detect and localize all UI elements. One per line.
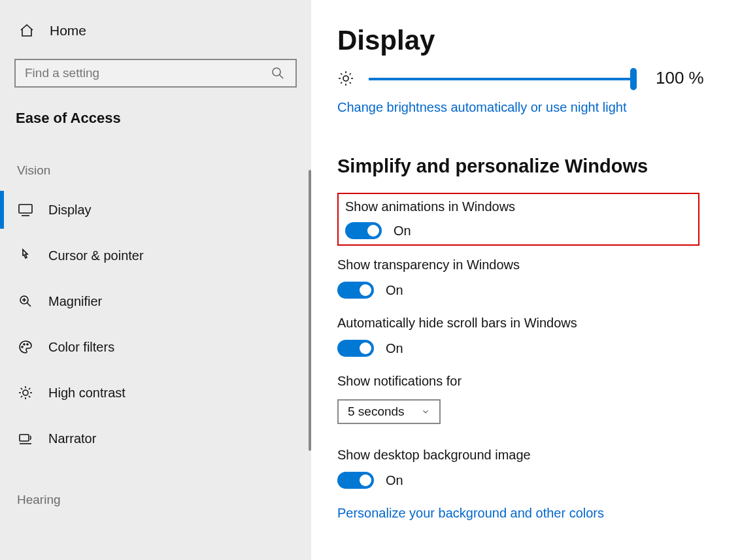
setting-transparency: Show transparency in Windows On bbox=[337, 257, 720, 299]
toggle-animations-state: On bbox=[394, 223, 411, 239]
svg-rect-2 bbox=[19, 205, 32, 213]
svg-line-18 bbox=[21, 396, 22, 397]
palette-icon bbox=[17, 338, 34, 355]
svg-line-16 bbox=[21, 388, 22, 389]
toggle-transparency-state: On bbox=[386, 283, 403, 298]
svg-line-30 bbox=[350, 73, 351, 74]
svg-point-10 bbox=[27, 344, 28, 345]
svg-point-8 bbox=[22, 346, 23, 348]
narrator-icon bbox=[17, 430, 34, 447]
brightness-slider-thumb[interactable] bbox=[630, 68, 637, 90]
setting-desktop-bg: Show desktop background image On bbox=[337, 448, 720, 489]
brightness-value: 100 % bbox=[656, 68, 704, 88]
settings-sidebar: Home Ease of Access Vision Display Curs bbox=[0, 0, 311, 560]
search-box[interactable] bbox=[14, 59, 297, 88]
svg-point-22 bbox=[343, 76, 348, 81]
nav-cursor-pointer[interactable]: Cursor & pointer bbox=[0, 233, 311, 278]
nav-home-label: Home bbox=[50, 23, 86, 39]
setting-animations: Show animations in Windows On bbox=[345, 199, 515, 239]
section-ease-of-access: Ease of Access bbox=[0, 88, 311, 132]
nav-home[interactable]: Home bbox=[0, 17, 311, 44]
nav-narrator-label: Narrator bbox=[48, 431, 96, 446]
toggle-transparency[interactable] bbox=[337, 282, 374, 299]
select-notifications-value: 5 seconds bbox=[348, 404, 405, 419]
group-hearing: Hearing bbox=[0, 461, 311, 516]
nav-colorfilters-label: Color filters bbox=[48, 340, 114, 355]
nav-cursor-label: Cursor & pointer bbox=[48, 248, 144, 263]
nav-display[interactable]: Display bbox=[0, 187, 311, 233]
label-notifications: Show notifications for bbox=[337, 374, 720, 389]
svg-line-5 bbox=[27, 303, 31, 307]
nav-magnifier-label: Magnifier bbox=[48, 294, 102, 309]
brightness-icon bbox=[17, 384, 34, 401]
link-personalize-colors[interactable]: Personalize your background and other co… bbox=[337, 506, 720, 521]
label-scrollbars: Automatically hide scroll bars in Window… bbox=[337, 316, 720, 331]
display-icon bbox=[17, 201, 34, 218]
search-container bbox=[14, 59, 297, 88]
sun-icon bbox=[337, 70, 354, 87]
cursor-icon bbox=[17, 247, 34, 264]
setting-scrollbars: Automatically hide scroll bars in Window… bbox=[337, 316, 720, 357]
svg-line-1 bbox=[280, 75, 284, 79]
home-icon bbox=[18, 22, 35, 39]
highlight-animations: Show animations in Windows On bbox=[337, 193, 699, 246]
toggle-desktop-bg-state: On bbox=[386, 473, 403, 488]
label-transparency: Show transparency in Windows bbox=[337, 257, 720, 272]
svg-point-9 bbox=[24, 344, 25, 345]
svg-line-29 bbox=[341, 82, 342, 83]
label-desktop-bg: Show desktop background image bbox=[337, 448, 720, 463]
heading-simplify: Simplify and personalize Windows bbox=[337, 156, 720, 177]
toggle-scrollbars-state: On bbox=[386, 341, 403, 356]
search-input[interactable] bbox=[25, 66, 269, 80]
svg-line-19 bbox=[29, 388, 30, 389]
svg-line-28 bbox=[350, 82, 351, 83]
toggle-desktop-bg[interactable] bbox=[337, 472, 374, 489]
brightness-row: 100 % bbox=[337, 68, 720, 88]
svg-line-17 bbox=[29, 396, 30, 397]
toggle-scrollbars[interactable] bbox=[337, 340, 374, 357]
nav-color-filters[interactable]: Color filters bbox=[0, 324, 311, 370]
svg-point-0 bbox=[273, 68, 280, 76]
nav-magnifier[interactable]: Magnifier bbox=[0, 278, 311, 324]
nav-narrator[interactable]: Narrator bbox=[0, 416, 311, 461]
nav-display-label: Display bbox=[48, 203, 92, 218]
link-change-brightness[interactable]: Change brightness automatically or use n… bbox=[337, 100, 720, 115]
setting-notifications: Show notifications for 5 seconds bbox=[337, 374, 720, 424]
chevron-down-icon bbox=[421, 407, 430, 416]
toggle-animations[interactable] bbox=[345, 222, 382, 239]
magnifier-icon bbox=[17, 293, 34, 310]
svg-line-27 bbox=[341, 73, 342, 74]
page-title: Display bbox=[337, 25, 720, 56]
nav-high-contrast[interactable]: High contrast bbox=[0, 370, 311, 416]
search-icon bbox=[269, 65, 286, 82]
nav-highcontrast-label: High contrast bbox=[48, 386, 126, 401]
sidebar-scrollbar[interactable] bbox=[309, 170, 311, 451]
svg-rect-20 bbox=[20, 435, 29, 441]
svg-point-11 bbox=[23, 390, 28, 395]
select-notifications-duration[interactable]: 5 seconds bbox=[337, 399, 441, 424]
group-vision: Vision bbox=[0, 132, 311, 187]
label-animations: Show animations in Windows bbox=[345, 199, 515, 214]
settings-main: Display 100 % Change brightness automati… bbox=[311, 0, 740, 560]
brightness-slider[interactable] bbox=[369, 78, 633, 80]
